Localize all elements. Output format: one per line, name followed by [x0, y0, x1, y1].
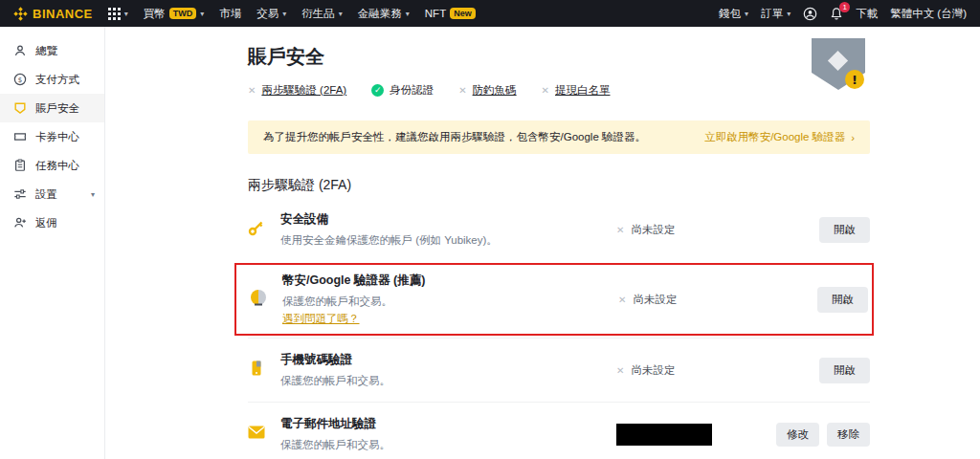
sidebar-item-tasks[interactable]: 任務中心	[0, 151, 104, 180]
cross-icon: ✕	[618, 295, 626, 305]
shield-icon	[13, 101, 27, 115]
chevron-down-icon: ▾	[282, 10, 286, 18]
page-title: 賬戶安全	[248, 44, 870, 70]
new-badge: New	[450, 8, 476, 20]
language-selector[interactable]: 繁體中文 (台灣)	[890, 7, 967, 21]
user-icon	[803, 7, 817, 21]
svg-text:!: !	[852, 73, 858, 87]
enable-security-key-button[interactable]: 開啟	[819, 217, 870, 243]
chevron-down-icon: ▾	[124, 10, 128, 18]
check-icon: ✓	[371, 84, 384, 97]
cross-icon: ✕	[616, 225, 624, 235]
nav-item-nft[interactable]: NFT New	[425, 8, 476, 20]
row-description: 保護您的帳戶和交易。	[282, 295, 618, 309]
grid-icon	[108, 8, 121, 20]
nav-item-markets[interactable]: 市場	[219, 7, 241, 21]
nav-item-finance[interactable]: 金融業務 ▾	[358, 7, 410, 21]
row-description: 保護您的帳戶和交易。	[280, 438, 616, 452]
chevron-down-icon: ▾	[745, 10, 748, 18]
profile-button[interactable]	[803, 7, 817, 21]
chevron-down-icon: ▾	[91, 190, 95, 199]
envelope-icon	[248, 426, 280, 443]
sidebar-item-settings[interactable]: 設置 ▾	[0, 180, 104, 208]
security-status-tabs: ✕ 兩步驟驗證 (2FA) ✓ 身份認證 ✕ 防釣魚碼 ✕ 提現白名單	[248, 83, 870, 98]
chevron-down-icon: ▾	[339, 10, 343, 18]
row-title: 幣安/Google 驗證器 (推薦)	[282, 273, 618, 289]
cross-icon: ✕	[458, 85, 466, 96]
user-icon	[13, 44, 27, 57]
row-security-key: 安全設備 使用安全金鑰保護您的帳戶 (例如 Yubikey)。 ✕ 尚未設定 開…	[248, 198, 870, 261]
row-description: 保護您的帳戶和交易。	[280, 374, 616, 388]
binance-logo[interactable]: BINANCE	[13, 7, 93, 21]
sidebar-item-security[interactable]: 賬戶安全	[0, 94, 104, 122]
top-navbar: BINANCE ▾ 買幣 TWD ▾ 市場 交易 ▾ 衍生品 ▾ 金融業務 ▾ …	[0, 0, 980, 27]
status-not-set: ✕ 尚未設定	[618, 293, 771, 307]
tab-identity-verification[interactable]: ✓ 身份認證	[371, 83, 434, 98]
enable-phone-button[interactable]: 開啟	[819, 358, 870, 383]
edit-email-button[interactable]: 修改	[776, 423, 819, 447]
chevron-down-icon: ▾	[406, 10, 410, 18]
banner-text: 為了提升您的帳戶安全性，建議您啟用兩步驟驗證，包含幣安/Google 驗證器。	[263, 130, 646, 144]
notification-count-badge: 1	[839, 2, 850, 12]
notifications-button[interactable]: 1	[830, 7, 843, 21]
sidebar-item-overview[interactable]: 總覽	[0, 36, 104, 65]
sidebar: 總覽 $ 支付方式 賬戶安全 卡券中心	[0, 27, 105, 459]
enable-authenticator-link[interactable]: 立即啟用幣安/Google 驗證器 ›	[704, 130, 855, 144]
row-title: 電子郵件地址驗證	[280, 416, 616, 432]
shield-warning-icon: !	[809, 36, 868, 94]
cross-icon: ✕	[248, 85, 256, 96]
cross-icon: ✕	[542, 85, 549, 96]
logo-text: BINANCE	[33, 7, 93, 21]
clipboard-icon	[13, 159, 27, 172]
wallet-menu[interactable]: 錢包 ▾	[719, 7, 748, 21]
chevron-down-icon: ▾	[200, 10, 204, 18]
row-title: 安全設備	[280, 211, 616, 228]
redacted-email-value	[616, 424, 712, 446]
security-key-icon	[248, 219, 280, 240]
binance-diamond-icon	[13, 7, 28, 21]
section-2fa-title: 兩步驟驗證 (2FA)	[248, 177, 870, 194]
orders-menu[interactable]: 訂單 ▾	[761, 7, 791, 21]
chevron-down-icon: ▾	[787, 10, 791, 18]
tab-2fa[interactable]: ✕ 兩步驟驗證 (2FA)	[248, 83, 346, 98]
row-title: 手機號碼驗證	[280, 352, 616, 368]
user-plus-icon	[13, 216, 27, 230]
sidebar-item-rewards[interactable]: 卡券中心	[0, 122, 104, 151]
security-shield-graphic: !	[809, 36, 868, 98]
nav-item-trade[interactable]: 交易 ▾	[256, 7, 286, 21]
status-not-set: ✕ 尚未設定	[616, 223, 769, 237]
nav-item-derivatives[interactable]: 衍生品 ▾	[301, 7, 343, 21]
row-description: 使用安全金鑰保護您的帳戶 (例如 Yubikey)。	[280, 233, 616, 248]
chevron-right-icon: ›	[851, 132, 855, 143]
nav-item-buy-crypto[interactable]: 買幣 TWD ▾	[144, 7, 205, 21]
apps-menu[interactable]: ▾	[108, 8, 128, 20]
status-not-set: ✕ 尚未設定	[616, 363, 769, 378]
enable-authenticator-button[interactable]: 開啟	[817, 287, 868, 313]
svg-text:$: $	[18, 76, 22, 84]
download-link[interactable]: 下載	[856, 7, 878, 21]
trouble-link[interactable]: 遇到問題了嗎？	[282, 312, 360, 326]
security-banner: 為了提升您的帳戶安全性，建議您啟用兩步驟驗證，包含幣安/Google 驗證器。 …	[248, 120, 870, 154]
row-google-authenticator highlight-annotation: 幣安/Google 驗證器 (推薦) 保護您的帳戶和交易。 遇到問題了嗎？ ✕ …	[234, 263, 874, 336]
tab-anti-phishing-code[interactable]: ✕ 防釣魚碼	[458, 83, 516, 98]
sidebar-item-referral[interactable]: 返佣	[0, 208, 104, 237]
main-content: 賬戶安全 ✕ 兩步驟驗證 (2FA) ✓ 身份認證 ✕ 防釣魚碼	[105, 27, 980, 459]
twd-badge: TWD	[169, 8, 197, 20]
tab-withdrawal-whitelist[interactable]: ✕ 提現白名單	[542, 83, 611, 98]
phone-icon	[248, 360, 280, 381]
ticket-icon	[13, 130, 27, 143]
cross-icon: ✕	[616, 365, 624, 376]
dollar-circle-icon: $	[13, 73, 27, 86]
sidebar-item-payment[interactable]: $ 支付方式	[0, 65, 104, 94]
row-phone-verification: 手機號碼驗證 保護您的帳戶和交易。 ✕ 尚未設定 開啟	[248, 338, 870, 402]
remove-email-button[interactable]: 移除	[827, 423, 870, 447]
authenticator-icon	[250, 289, 282, 310]
row-email-verification: 電子郵件地址驗證 保護您的帳戶和交易。 修改 移除	[248, 402, 870, 459]
sliders-icon	[13, 187, 27, 201]
